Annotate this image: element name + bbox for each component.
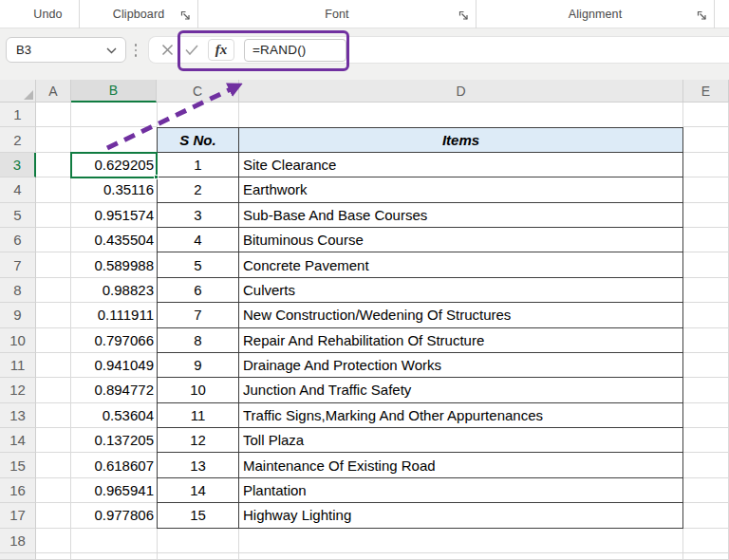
row-header-1[interactable]: 1 — [0, 103, 36, 127]
cell-C5[interactable]: 3 — [157, 203, 239, 228]
cell-D10[interactable]: Repair And Rehabilitation Of Structure — [239, 328, 683, 353]
cell-A4[interactable] — [36, 177, 71, 202]
column-header-C[interactable]: C — [157, 80, 239, 103]
column-header-D[interactable]: D — [239, 80, 683, 103]
cell-E13[interactable] — [683, 403, 729, 428]
cell-D1[interactable] — [239, 103, 683, 127]
cell-B2[interactable] — [71, 127, 157, 152]
dialog-launcher-icon[interactable] — [697, 10, 707, 21]
cell-D8[interactable]: Culverts — [239, 278, 683, 303]
cell-D12[interactable]: Junction And Traffic Safety — [239, 378, 683, 402]
cell-D3[interactable]: Site Clearance — [239, 153, 683, 177]
cell-A19[interactable] — [36, 553, 71, 560]
cell-D11[interactable]: Drainage And Protection Works — [239, 353, 683, 378]
row-header-18[interactable]: 18 — [0, 529, 36, 553]
cell-E5[interactable] — [683, 203, 729, 228]
cell-A11[interactable] — [36, 353, 71, 378]
cell-A16[interactable] — [36, 478, 71, 503]
cell-B18[interactable] — [71, 529, 157, 553]
cell-E16[interactable] — [683, 478, 729, 503]
row-header-4[interactable]: 4 — [0, 177, 36, 202]
cell-B15[interactable]: 0.618607 — [71, 453, 157, 477]
cell-B16[interactable]: 0.965941 — [71, 478, 157, 503]
cell-E12[interactable] — [683, 378, 729, 402]
row-header-13[interactable]: 13 — [0, 403, 36, 428]
cell-D17[interactable]: Highway Lighting — [239, 503, 683, 528]
cell-A2[interactable] — [36, 127, 71, 152]
cell-C12[interactable]: 10 — [157, 378, 239, 402]
row-header-10[interactable]: 10 — [0, 328, 36, 353]
cell-D7[interactable]: Concrete Pavement — [239, 252, 683, 277]
row-header-11[interactable]: 11 — [0, 353, 36, 378]
row-header-19[interactable] — [0, 553, 36, 560]
cell-E4[interactable] — [683, 177, 729, 202]
cell-B5[interactable]: 0.951574 — [71, 203, 157, 228]
cell-A10[interactable] — [36, 328, 71, 353]
cell-C8[interactable]: 6 — [157, 278, 239, 303]
row-header-14[interactable]: 14 — [0, 428, 36, 453]
cell-C6[interactable]: 4 — [157, 228, 239, 252]
cell-E1[interactable] — [683, 103, 729, 127]
cell-A18[interactable] — [36, 529, 71, 553]
select-all-corner[interactable] — [0, 80, 36, 103]
cell-C10[interactable]: 8 — [157, 328, 239, 353]
column-header-A[interactable]: A — [36, 80, 71, 103]
cell-B8[interactable]: 0.98823 — [71, 278, 157, 303]
cell-A5[interactable] — [36, 203, 71, 228]
cell-B13[interactable]: 0.53604 — [71, 403, 157, 428]
row-header-12[interactable]: 12 — [0, 378, 36, 402]
name-box[interactable]: B3 — [6, 37, 126, 63]
cell-C16[interactable]: 14 — [157, 478, 239, 503]
cell-C1[interactable] — [157, 103, 239, 127]
cell-A6[interactable] — [36, 228, 71, 252]
cell-C7[interactable]: 5 — [157, 252, 239, 277]
cell-C19[interactable] — [157, 553, 239, 560]
cell-E2[interactable] — [683, 127, 729, 152]
cell-B11[interactable]: 0.941049 — [71, 353, 157, 378]
cell-A17[interactable] — [36, 503, 71, 528]
cell-B12[interactable]: 0.894772 — [71, 378, 157, 402]
cell-D2[interactable]: Items — [239, 127, 683, 152]
cell-C9[interactable]: 7 — [157, 303, 239, 327]
row-header-5[interactable]: 5 — [0, 203, 36, 228]
cell-A1[interactable] — [36, 103, 71, 127]
row-header-3[interactable]: 3 — [0, 153, 36, 177]
cell-D9[interactable]: New Construction/Wedening Of Structures — [239, 303, 683, 327]
dialog-launcher-icon[interactable] — [458, 10, 469, 21]
cell-B7[interactable]: 0.589988 — [71, 252, 157, 277]
cell-E15[interactable] — [683, 453, 729, 477]
chevron-down-icon[interactable] — [106, 47, 117, 54]
cell-E8[interactable] — [683, 278, 729, 303]
cell-A8[interactable] — [36, 278, 71, 303]
column-header-E[interactable]: E — [683, 80, 729, 103]
cell-B1[interactable] — [71, 103, 157, 127]
row-header-15[interactable]: 15 — [0, 453, 36, 477]
cell-E17[interactable] — [683, 503, 729, 528]
row-header-2[interactable]: 2 — [0, 127, 36, 152]
cell-D15[interactable]: Maintenance Of Existing Road — [239, 453, 683, 477]
cancel-icon[interactable] — [155, 39, 179, 61]
cell-D5[interactable]: Sub-Base And Base Courses — [239, 203, 683, 228]
cell-D6[interactable]: Bituminous Course — [239, 228, 683, 252]
row-header-8[interactable]: 8 — [0, 278, 36, 303]
cell-D16[interactable]: Plantation — [239, 478, 683, 503]
cell-C2[interactable]: S No. — [157, 127, 239, 152]
cell-B3[interactable]: 0.629205 — [71, 153, 157, 177]
cell-E11[interactable] — [683, 353, 729, 378]
cell-E19[interactable] — [683, 553, 729, 560]
cell-C18[interactable] — [157, 529, 239, 553]
cell-A13[interactable] — [36, 403, 71, 428]
cell-A9[interactable] — [36, 303, 71, 327]
formula-bar-splitter[interactable] — [132, 33, 140, 67]
cell-C14[interactable]: 12 — [157, 428, 239, 453]
cell-E6[interactable] — [683, 228, 729, 252]
cell-B19[interactable] — [71, 553, 157, 560]
cell-E18[interactable] — [683, 529, 729, 553]
cell-A7[interactable] — [36, 252, 71, 277]
cell-C11[interactable]: 9 — [157, 353, 239, 378]
cell-A12[interactable] — [36, 378, 71, 402]
cell-C15[interactable]: 13 — [157, 453, 239, 477]
cell-B14[interactable]: 0.137205 — [71, 428, 157, 453]
cell-B10[interactable]: 0.797066 — [71, 328, 157, 353]
row-header-7[interactable]: 7 — [0, 252, 36, 277]
